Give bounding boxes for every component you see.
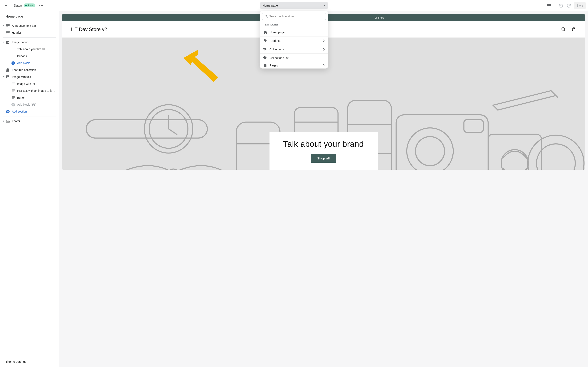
template-item-pages[interactable]: Pages <box>260 62 328 68</box>
sidebar-item-label: Image with text <box>12 75 56 78</box>
page-selector-dropdown[interactable]: Home page <box>260 2 328 9</box>
search-icon <box>264 15 268 18</box>
text-lines-icon <box>12 48 15 50</box>
sidebar-item-label: Announcement bar <box>12 24 56 27</box>
svg-point-18 <box>562 27 564 30</box>
tags-list-icon <box>263 56 267 59</box>
template-popover: TEMPLATES Home page Products Collections… <box>260 11 328 68</box>
desktop-icon <box>547 4 551 7</box>
banner-card: Talk about your brand Shop all <box>269 132 378 170</box>
search-input-wrapper[interactable] <box>262 13 326 20</box>
undo-icon <box>559 3 563 8</box>
popover-search <box>262 13 326 20</box>
template-item-home[interactable]: Home page <box>260 28 328 36</box>
svg-point-1 <box>39 5 40 6</box>
caret-down-icon <box>3 76 5 78</box>
svg-rect-4 <box>547 4 551 6</box>
sidebar: Home page Announcement bar Header Image … <box>0 11 59 367</box>
section-header-icon <box>6 31 9 34</box>
topbar-right: Save <box>545 2 588 9</box>
sidebar-item-label: Add section <box>12 110 56 113</box>
sidebar-item-featured-collection[interactable]: Featured collection <box>2 67 57 73</box>
header-icons <box>561 27 576 32</box>
store-name[interactable]: HT Dev Store v2 <box>71 26 107 32</box>
plus-circle-icon <box>6 110 9 113</box>
banner-button[interactable]: Shop all <box>311 154 336 163</box>
sidebar-item-label: Add block (3/3) <box>17 103 56 106</box>
cart-icon[interactable] <box>571 27 576 32</box>
template-item-products[interactable]: Products <box>260 36 328 45</box>
sidebar-item-label: Talk about your brand <box>17 48 56 51</box>
caret-down-icon <box>323 5 325 6</box>
status-dot-icon <box>25 5 27 6</box>
home-icon <box>264 30 267 34</box>
banner-heading: Talk about your brand <box>276 140 372 149</box>
status-badge: Live <box>24 3 35 7</box>
sidebar-item-label: Buttons <box>17 54 56 58</box>
sidebar-item-announcement-bar[interactable]: Announcement bar <box>2 22 57 29</box>
chevron-right-icon <box>323 40 325 42</box>
template-item-label: Products <box>269 39 281 42</box>
sidebar-item-iwt-child[interactable]: Image with text <box>2 80 57 87</box>
sidebar-item-image-with-text[interactable]: Image with text <box>2 73 57 80</box>
tags-icon <box>263 48 267 51</box>
viewport-desktop-button[interactable] <box>545 2 553 9</box>
page-icon <box>264 64 267 67</box>
chevron-right-icon <box>323 64 325 67</box>
svg-rect-17 <box>6 121 9 122</box>
sidebar-item-label: Footer <box>12 119 56 123</box>
topbar: Dawn Live Home page Save <box>0 0 588 11</box>
sidebar-title: Home page <box>0 11 59 21</box>
caret-right-icon <box>3 120 4 122</box>
search-icon[interactable] <box>561 27 566 32</box>
status-badge-label: Live <box>28 4 33 7</box>
sidebar-item-image-banner[interactable]: Image banner <box>2 39 57 46</box>
image-icon <box>6 41 9 44</box>
template-item-label: Collections list <box>269 56 288 59</box>
sidebar-item-pair-text[interactable]: Pair text with an image to focu... <box>2 87 57 94</box>
sidebar-item-label: Add block <box>17 61 56 65</box>
plus-circle-icon <box>11 61 15 65</box>
section-footer-icon <box>6 120 9 123</box>
more-actions-button[interactable] <box>38 2 44 9</box>
add-section-button[interactable]: Add section <box>2 108 57 115</box>
svg-point-14 <box>7 76 8 77</box>
template-item-collections-list[interactable]: Collections list <box>260 53 328 62</box>
exit-button[interactable] <box>0 0 11 11</box>
template-item-label: Pages <box>269 64 278 67</box>
bag-icon <box>6 68 9 72</box>
sidebar-item-button[interactable]: Button <box>2 94 57 101</box>
chevron-right-icon <box>323 48 325 50</box>
add-block-button[interactable]: Add block <box>2 59 57 67</box>
divider <box>3 116 56 117</box>
undo-button[interactable] <box>557 2 565 9</box>
divider <box>555 2 555 9</box>
sidebar-item-buttons[interactable]: Buttons <box>2 53 57 59</box>
svg-point-7 <box>264 40 265 40</box>
theme-name: Dawn <box>11 4 24 7</box>
sidebar-item-talk-brand[interactable]: Talk about your brand <box>2 46 57 53</box>
redo-button[interactable] <box>565 2 573 9</box>
text-lines-icon <box>12 96 15 99</box>
divider <box>3 37 56 38</box>
sidebar-item-header[interactable]: Header <box>2 29 57 36</box>
search-input[interactable] <box>269 15 324 18</box>
caret-right-icon <box>3 25 4 27</box>
svg-point-2 <box>41 5 42 6</box>
svg-rect-9 <box>6 31 9 33</box>
template-item-collections[interactable]: Collections <box>260 45 328 53</box>
svg-point-3 <box>42 5 43 6</box>
tag-icon <box>264 39 267 42</box>
section-dashed-icon <box>6 24 9 27</box>
theme-settings-button[interactable]: Theme settings <box>0 356 59 367</box>
topbar-center: Home page <box>260 2 328 9</box>
template-item-label: Collections <box>269 48 284 51</box>
image-icon <box>6 75 9 78</box>
add-block-disabled: Add block (3/3) <box>2 101 57 108</box>
sidebar-item-label: Image banner <box>12 41 56 44</box>
sidebar-item-label: Header <box>12 31 56 34</box>
svg-point-11 <box>7 42 8 42</box>
save-button[interactable]: Save <box>574 2 586 9</box>
exit-icon <box>3 3 8 8</box>
sidebar-item-footer[interactable]: Footer <box>2 118 57 125</box>
